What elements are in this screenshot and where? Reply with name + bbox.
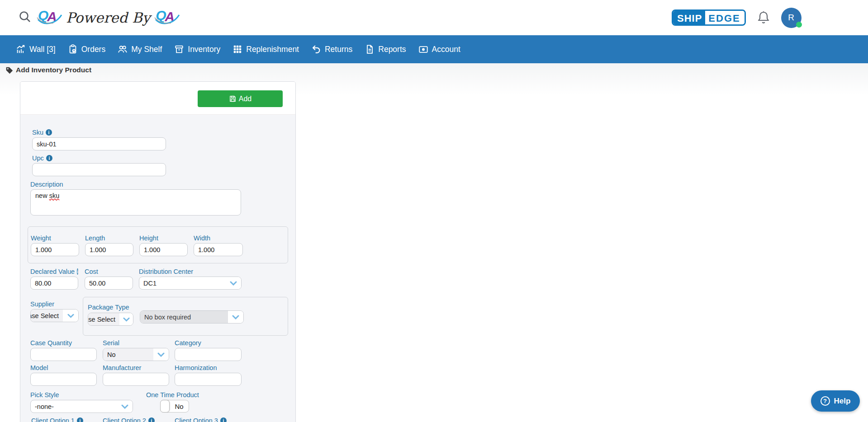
case-quantity-label: Case Quantity [30, 339, 72, 347]
wallet-icon [418, 44, 428, 54]
distribution-center-select[interactable]: DC1 [139, 277, 242, 290]
package-type-label: Package Type [88, 304, 129, 311]
nav-item-my-shelf[interactable]: My Shelf [118, 44, 162, 54]
pick-style-label: Pick Style [30, 391, 59, 399]
field-length: Length [85, 234, 133, 256]
sku-label: Sku [32, 129, 43, 136]
model-input[interactable] [30, 373, 97, 386]
chevron-down-icon [153, 348, 169, 361]
serial-select[interactable]: No [103, 348, 169, 361]
field-serial: Serial No [103, 339, 169, 361]
breadcrumb: Add Inventory Product [5, 66, 91, 74]
field-manufacturer: Manufacturer [103, 364, 169, 386]
add-product-card: Add Sku i Upc i [20, 81, 296, 422]
field-description: Description new sku [30, 180, 241, 216]
length-input[interactable] [85, 243, 133, 256]
field-distribution-center: Distribution Center DC1 [139, 267, 242, 290]
top-header: Q A Powered By Q A SHIP EDGE [0, 0, 868, 35]
chevron-down-icon [226, 277, 241, 289]
supplier-label: Supplier [30, 300, 54, 308]
cost-label: Cost [85, 268, 98, 275]
chevron-down-icon [228, 311, 243, 323]
nav-item-returns[interactable]: Returns [311, 44, 352, 54]
field-weight: Weight [31, 234, 79, 256]
client-option-1-label: Client Option 1 [31, 417, 75, 422]
qa-logo-right: Q A [154, 7, 180, 28]
info-icon[interactable]: i [46, 129, 52, 136]
manufacturer-input[interactable] [103, 373, 169, 386]
sku-input[interactable] [32, 137, 166, 150]
box-required-select[interactable]: No box required [140, 310, 244, 324]
help-button[interactable]: ? Help [811, 390, 860, 412]
tag-icon [5, 66, 13, 74]
field-sku: Sku i [32, 128, 166, 150]
pick-style-select[interactable]: -none- [30, 400, 133, 413]
weight-input[interactable] [31, 243, 79, 256]
nav-item-replenishment[interactable]: Replenishment [232, 44, 299, 54]
length-label: Length [85, 234, 105, 242]
category-input[interactable] [175, 348, 242, 361]
field-client-option-3: Client Option 3 i [175, 417, 227, 422]
description-input[interactable]: new sku [30, 189, 241, 216]
archive-box-icon [174, 44, 184, 54]
harmonization-input[interactable] [175, 373, 242, 386]
info-icon[interactable]: i [77, 417, 83, 422]
nav-item-wall[interactable]: Wall [3] [16, 44, 56, 54]
help-icon: ? [821, 396, 830, 406]
upc-input[interactable] [32, 163, 166, 176]
clipboard-clock-icon [68, 44, 78, 54]
harmonization-label: Harmonization [175, 364, 217, 371]
serial-label: Serial [103, 339, 119, 347]
avatar-initial: R [788, 13, 794, 23]
height-label: Height [139, 234, 158, 242]
misspelled-word: sku [49, 192, 60, 199]
add-button[interactable]: Add [198, 90, 283, 107]
case-quantity-input[interactable] [30, 348, 97, 361]
notifications-bell-icon[interactable] [757, 10, 770, 25]
chevron-down-icon [63, 309, 78, 322]
info-icon[interactable]: i [220, 417, 227, 422]
document-icon [365, 44, 375, 54]
cost-input[interactable] [85, 277, 133, 290]
height-input[interactable] [139, 243, 188, 256]
grid-icon [232, 44, 242, 54]
field-category: Category [175, 339, 242, 361]
nav-item-reports[interactable]: Reports [365, 44, 406, 54]
description-label: Description [30, 181, 63, 188]
nav-item-orders[interactable]: Orders [68, 44, 105, 54]
avatar[interactable]: R [781, 8, 802, 28]
width-input[interactable] [194, 243, 243, 256]
declared-value-input[interactable] [30, 277, 78, 290]
presence-dot [796, 22, 802, 28]
field-case-quantity: Case Quantity [30, 339, 97, 361]
search-icon[interactable] [18, 10, 32, 23]
bar-chart-icon [16, 44, 26, 54]
card-body: Sku i Upc i Description new sku [20, 115, 295, 422]
manufacturer-label: Manufacturer [103, 364, 141, 371]
client-option-2-label: Client Option 2 [103, 417, 146, 422]
field-harmonization: Harmonization [175, 364, 242, 386]
swoosh-icon [154, 7, 180, 28]
info-icon[interactable]: i [77, 268, 78, 275]
chevron-down-icon [117, 400, 133, 413]
field-height: Height [139, 234, 188, 256]
weight-label: Weight [31, 234, 51, 242]
category-label: Category [175, 339, 201, 347]
shipedge-logo: SHIP EDGE [672, 9, 746, 26]
main-content: Add Inventory Product Add Sku i [0, 63, 868, 422]
powered-by-text: Powered By [66, 9, 150, 26]
swoosh-icon [36, 7, 62, 28]
package-type-select[interactable]: Please Select [88, 313, 133, 326]
one-time-product-label: One Time Product [146, 391, 199, 399]
field-pick-style: Pick Style -none- [30, 391, 133, 413]
nav-item-inventory[interactable]: Inventory [174, 44, 220, 54]
info-icon[interactable]: i [46, 155, 52, 161]
chevron-down-icon [119, 313, 133, 325]
nav-item-account[interactable]: Account [418, 44, 460, 54]
supplier-select[interactable]: Please Select [30, 309, 79, 322]
qa-logo-left: Q A [36, 7, 62, 28]
field-declared-value: Declared Value i [30, 267, 78, 290]
one-time-product-toggle[interactable]: No [160, 400, 189, 413]
header-right-group: SHIP EDGE R [672, 0, 802, 35]
info-icon[interactable]: i [148, 417, 155, 422]
